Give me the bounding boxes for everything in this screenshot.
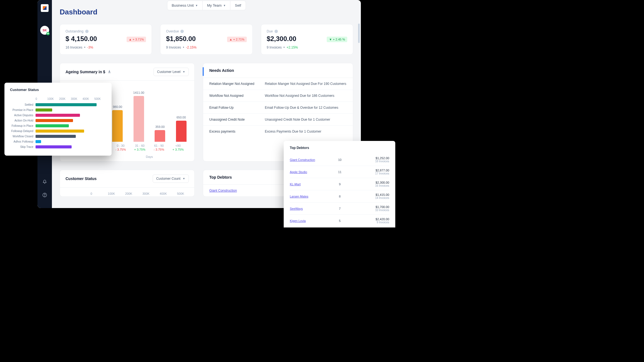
trend-badge: ▲ + 2.71% xyxy=(227,37,247,42)
ageing-select[interactable]: Customer Level▼ xyxy=(154,68,189,76)
hbar-row: Promise in Place xyxy=(10,108,106,112)
debtor-link[interactable]: SeeWays xyxy=(290,207,331,210)
overlay-title: Top Debtors xyxy=(290,146,389,150)
summary-cards: Outstanding $ 4,150.00 16 Invoices • -3%… xyxy=(60,24,353,55)
hbar-row: Action On-Hold xyxy=(10,119,106,122)
bar-label: 0 - 30- 3.75% xyxy=(111,144,130,151)
bar: 359.00 xyxy=(154,125,167,142)
debtor-link[interactable]: Giant Construction xyxy=(209,189,237,193)
debtor-row: KL-Mart 9 $2,300.00 16 Invoices xyxy=(290,178,389,190)
customer-status-title: Customer Status xyxy=(66,176,97,181)
trend-badge: ▼ + 2.45 % xyxy=(327,37,347,42)
ageing-title: Ageing Summary in $ xyxy=(66,70,111,74)
chevron-down-icon: ▼ xyxy=(195,4,198,7)
hbar-row: Active Disputes xyxy=(10,114,106,117)
debtor-row: Larsen Mates 8 $1,415.00 14 Invoices xyxy=(290,190,389,202)
hbar-row: Followup Delayed xyxy=(10,130,106,133)
scope-tabs: Business Unit▼ My Team▼ Self xyxy=(167,1,246,10)
hbar-row: Skip Trace xyxy=(10,145,106,148)
tab-business-unit[interactable]: Business Unit▼ xyxy=(167,1,202,10)
swap-icon: ⇄ xyxy=(46,32,50,35)
card-amount: $2,300.00 xyxy=(267,35,298,43)
customer-status-select[interactable]: Customer Count▼ xyxy=(153,174,189,183)
tab-my-team[interactable]: My Team▼ xyxy=(203,1,230,10)
customer-status-panel: Customer Status Customer Count▼ 0100K200… xyxy=(60,170,195,197)
bar-label: <90+ 3.75% xyxy=(168,144,188,151)
debtor-link[interactable]: Kigen Lovia xyxy=(290,219,331,222)
card-sub: 9 Invoices • -2.15% xyxy=(166,45,197,49)
help-icon[interactable] xyxy=(42,193,47,198)
info-icon[interactable] xyxy=(85,30,89,33)
hbar-row: Adhoc Followup xyxy=(10,140,106,143)
info-icon[interactable] xyxy=(180,30,184,33)
debtor-row: Giant Construction 10 $1,252.00 18 Invoi… xyxy=(290,154,389,166)
action-row[interactable]: Relation Manger Not Assigned Relation Ma… xyxy=(203,78,353,90)
debtor-row: Kigen Lovia 5 $2,420.00 9 Invoices xyxy=(290,215,389,227)
action-row[interactable]: Email Follow-Up Email Follow-Up Due & Ov… xyxy=(203,102,353,114)
action-row[interactable]: Workflow Not Assigned Workflow Not Assig… xyxy=(203,90,353,102)
bell-icon[interactable] xyxy=(42,179,47,185)
hbar-row: Workflow Closed xyxy=(10,135,106,138)
action-row[interactable]: Excess payments Excess Payments Due for … xyxy=(203,126,353,137)
user-avatar[interactable]: SK ⇄ xyxy=(40,26,49,35)
chevron-down-icon: ▼ xyxy=(183,177,185,180)
card-sub: 9 Invoices • +2.15% xyxy=(267,45,298,49)
svg-point-6 xyxy=(45,196,45,196)
summary-card: Due $2,300.00 9 Invoices • +2.15% ▼ + 2.… xyxy=(261,24,353,55)
needs-title: Needs Action xyxy=(209,68,347,73)
bar-label: 31 - 60+ 3.75% xyxy=(130,144,149,151)
customer-status-overlay: Customer Status 0100K200K300K400K500K Se… xyxy=(4,83,112,156)
debtor-link[interactable]: Larsen Mates xyxy=(290,195,331,198)
scrollbar[interactable] xyxy=(358,24,360,43)
info-icon[interactable] xyxy=(275,30,278,33)
debtor-row: Apple Studio 11 $2,877.00 17 Invoices xyxy=(290,166,389,178)
card-amount: $ 4,150.00 xyxy=(66,35,97,43)
debtor-link[interactable]: Apple Studio xyxy=(290,170,331,174)
summary-card: Outstanding $ 4,150.00 16 Invoices • -3%… xyxy=(60,24,152,55)
top-debtors-overlay: Top Debtors Giant Construction 10 $1,252… xyxy=(284,141,395,227)
chevron-down-icon: ▼ xyxy=(183,70,185,73)
download-icon[interactable] xyxy=(107,70,111,74)
bar: 980.00 xyxy=(111,105,124,142)
bar-label: 61 - 90- 3.75% xyxy=(149,144,168,151)
app-logo[interactable] xyxy=(41,4,49,12)
hbar-row: Settled xyxy=(10,103,106,106)
overlay-title: Customer Status xyxy=(10,88,106,92)
chevron-down-icon: ▼ xyxy=(223,4,226,7)
action-row[interactable]: Unassigned Credit Note Unassigned Credit… xyxy=(203,114,353,126)
debtor-row: SeeWays 7 $1,700.00 10 Invoices xyxy=(290,202,389,215)
card-label: Outstanding xyxy=(66,29,97,33)
debtor-link[interactable]: Giant Construction xyxy=(290,158,331,161)
hbar-row: Followup in Place xyxy=(10,124,106,127)
avatar-initials: SK xyxy=(42,29,47,32)
bar: 1411.00 xyxy=(132,91,145,142)
debtor-link[interactable]: KL-Mart xyxy=(290,183,331,186)
summary-card: Overdue $1,850.00 9 Invoices • -2.15% ▲ … xyxy=(160,24,252,55)
trend-badge: ▲ + 3.71% xyxy=(127,37,146,42)
card-label: Overdue xyxy=(166,29,197,33)
card-sub: 16 Invoices • -3% xyxy=(66,45,97,49)
card-amount: $1,850.00 xyxy=(166,35,197,43)
card-label: Due xyxy=(267,29,298,33)
bar: 650.00 xyxy=(175,116,188,142)
tab-self[interactable]: Self xyxy=(230,1,245,10)
